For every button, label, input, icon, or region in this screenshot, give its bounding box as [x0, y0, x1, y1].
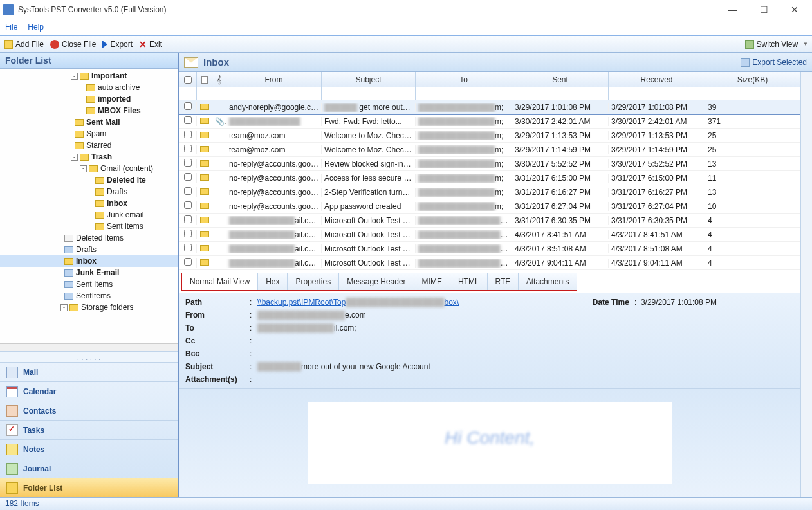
message-row[interactable]: no-reply@accounts.google....Review block…: [179, 157, 800, 171]
col-from[interactable]: From: [226, 72, 322, 87]
col-attachment-icon[interactable]: 𝄞: [212, 72, 226, 87]
nav-item-mail[interactable]: Mail: [0, 362, 178, 381]
tab-message-header[interactable]: Message Header: [339, 273, 414, 290]
folder-tree[interactable]: -Importantauto archiveimportedMBOX Files…: [0, 69, 178, 343]
message-row[interactable]: team@moz.comWelcome to Moz. Check out...…: [179, 143, 800, 157]
message-row[interactable]: 📎█████████████Fwd: Fwd: Fwd: letto...███…: [179, 114, 800, 129]
message-row[interactable]: no-reply@accounts.google....App password…: [179, 199, 800, 214]
col-size[interactable]: Size(KB): [705, 72, 800, 87]
tab-html[interactable]: HTML: [450, 273, 488, 290]
tab-normal-mail-view[interactable]: Normal Mail View: [182, 273, 258, 290]
close-file-button[interactable]: Close File: [50, 40, 96, 49]
message-row[interactable]: ████████████ail.comMicrosoft Outlook Tes…: [179, 214, 800, 228]
row-checkbox[interactable]: [179, 258, 197, 268]
tree-node-inbox[interactable]: Inbox: [0, 255, 178, 267]
folder-icon: [80, 154, 89, 161]
message-row[interactable]: ████████████ail.comMicrosoft Outlook Tes…: [179, 242, 800, 256]
tab-attachments[interactable]: Attachments: [519, 273, 577, 290]
nav-item-con[interactable]: Contacts: [0, 401, 178, 420]
menu-help[interactable]: Help: [28, 23, 44, 32]
switch-view-button[interactable]: Switch View▼: [745, 40, 808, 49]
row-checkbox[interactable]: [179, 215, 197, 225]
message-grid[interactable]: andy-noreply@google.com██████ get more o…: [179, 100, 800, 270]
minimize-button[interactable]: —: [723, 3, 743, 16]
tree-node-mbox-files[interactable]: MBOX Files: [0, 105, 178, 116]
tree-node-auto-archive[interactable]: auto archive: [0, 82, 178, 93]
folder-icon: [64, 235, 73, 242]
nav-item-jour[interactable]: Journal: [0, 459, 178, 478]
cell-from: ████████████ail.com: [226, 216, 322, 225]
tab-rtf[interactable]: RTF: [488, 273, 519, 290]
export-button[interactable]: Export: [102, 40, 133, 49]
row-checkbox[interactable]: [179, 145, 197, 154]
message-row[interactable]: andy-noreply@google.com██████ get more o…: [179, 100, 800, 114]
tree-node-junk-email[interactable]: Junk email: [0, 209, 178, 221]
expander-icon[interactable]: -: [71, 154, 78, 161]
vertical-scrollbar[interactable]: [800, 72, 812, 497]
col-read-icon[interactable]: [197, 72, 212, 87]
tree-horizontal-scrollbar[interactable]: [0, 343, 178, 351]
tree-node-sent-mail[interactable]: Sent Mail: [0, 116, 178, 128]
detail-bcc-label: Bcc: [185, 349, 250, 358]
col-sent[interactable]: Sent: [512, 72, 609, 87]
expander-icon[interactable]: -: [71, 73, 78, 80]
tab-mime[interactable]: MIME: [414, 273, 450, 290]
tree-node-sentitems[interactable]: SentItems: [0, 290, 178, 302]
col-received[interactable]: Received: [609, 72, 705, 87]
tree-node-important[interactable]: -Important: [0, 70, 178, 82]
nav-item-note[interactable]: Notes: [0, 439, 178, 459]
row-checkbox[interactable]: [179, 244, 197, 253]
row-checkbox[interactable]: [179, 201, 197, 211]
row-checkbox[interactable]: [179, 173, 197, 183]
tree-node-imported[interactable]: imported: [0, 93, 178, 105]
nav-grip[interactable]: . . . . . .: [0, 351, 178, 362]
row-checkbox[interactable]: [179, 230, 197, 239]
tree-node-junk-e-mail[interactable]: Junk E-mail: [0, 267, 178, 278]
expander-icon[interactable]: -: [60, 304, 68, 311]
row-checkbox[interactable]: [179, 187, 197, 197]
tree-node-inbox[interactable]: Inbox: [0, 197, 178, 209]
add-file-button[interactable]: Add File: [4, 40, 44, 49]
row-checkbox[interactable]: [179, 102, 197, 112]
row-checkbox[interactable]: [179, 116, 197, 126]
cell-received: 3/31/2017 6:30:35 PM: [609, 216, 705, 225]
message-row[interactable]: team@moz.comWelcome to Moz. Check out...…: [179, 129, 800, 143]
message-row[interactable]: ████████████ail.comMicrosoft Outlook Tes…: [179, 256, 800, 270]
tree-node-deleted-ite[interactable]: Deleted ite: [0, 174, 178, 186]
tab-hex[interactable]: Hex: [258, 273, 288, 290]
detail-path-link[interactable]: \\backup.pst\IPMRoot\Top████████████████…: [257, 298, 459, 307]
close-button[interactable]: ✕: [785, 3, 804, 16]
detail-path-label: Path: [185, 298, 250, 307]
tree-node-drafts[interactable]: Drafts: [0, 244, 178, 255]
tree-node-spam[interactable]: Spam: [0, 128, 178, 140]
col-subject[interactable]: Subject: [322, 72, 416, 87]
tree-node-gmail-(content)[interactable]: -Gmail (content): [0, 163, 178, 174]
exit-button[interactable]: ✕Exit: [139, 39, 162, 50]
tree-node-sent-items[interactable]: Sent Items: [0, 278, 178, 290]
preview-tabs: Normal Mail ViewHexPropertiesMessage Hea…: [181, 273, 577, 291]
message-row[interactable]: no-reply@accounts.google....2-Step Verif…: [179, 185, 800, 199]
expander-icon[interactable]: -: [80, 165, 87, 172]
nav-item-task[interactable]: Tasks: [0, 420, 178, 439]
tab-properties[interactable]: Properties: [288, 273, 339, 290]
tree-node-deleted-items[interactable]: Deleted Items: [0, 232, 178, 244]
row-checkbox[interactable]: [179, 159, 197, 168]
message-row[interactable]: ████████████ail.comMicrosoft Outlook Tes…: [179, 228, 800, 242]
tree-node-starred[interactable]: Starred: [0, 140, 178, 151]
menu-file[interactable]: File: [5, 23, 17, 32]
col-checkbox[interactable]: [179, 72, 197, 87]
titlebar: SysTools PST Converter v5.0 (Full Versio…: [0, 0, 812, 19]
export-selected-button[interactable]: Export Selected: [741, 58, 807, 67]
tree-node-sent-items[interactable]: Sent items: [0, 221, 178, 232]
tree-node-drafts[interactable]: Drafts: [0, 186, 178, 197]
nav-item-cal[interactable]: Calendar: [0, 381, 178, 401]
row-checkbox[interactable]: [179, 131, 197, 140]
col-to[interactable]: To: [416, 72, 512, 87]
select-all-checkbox[interactable]: [184, 76, 192, 84]
nav-item-fold[interactable]: Folder List: [0, 478, 178, 497]
maximize-button[interactable]: ☐: [754, 3, 773, 16]
tree-node-trash[interactable]: -Trash: [0, 151, 178, 163]
tree-node-storage-folders[interactable]: -Storage folders: [0, 302, 178, 313]
message-row[interactable]: no-reply@accounts.google....Access for l…: [179, 171, 800, 185]
grid-filter-row[interactable]: [179, 87, 800, 100]
